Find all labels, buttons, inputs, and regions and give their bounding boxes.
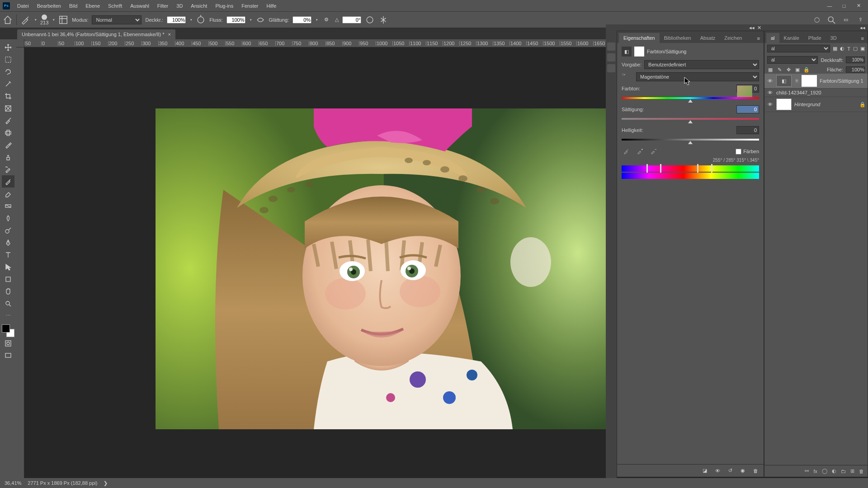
lock-icon[interactable]: 🔒 xyxy=(859,102,866,108)
ruler-vertical[interactable] xyxy=(16,47,24,478)
blur-tool[interactable] xyxy=(2,212,14,224)
opacity-caret-icon[interactable]: ▾ xyxy=(190,18,192,22)
color-swatch[interactable] xyxy=(2,324,14,337)
tab-eigenschaften[interactable]: Eigenschaften xyxy=(619,33,660,43)
toggle-visibility-icon[interactable]: 👁 xyxy=(714,467,721,474)
new-adjustment-icon[interactable]: ◐ xyxy=(832,468,836,474)
filter-adjust-icon[interactable]: ◐ xyxy=(840,46,844,52)
hand-tool[interactable] xyxy=(2,285,14,297)
home-icon[interactable] xyxy=(3,15,13,25)
menu-schrift[interactable]: Schrift xyxy=(104,1,126,10)
tab-pfade[interactable]: Pfade xyxy=(804,33,826,43)
lock-position-icon[interactable]: ✥ xyxy=(785,66,792,73)
adjustment-thumb-icon[interactable]: ◧ xyxy=(776,75,792,87)
eraser-tool[interactable] xyxy=(2,188,14,200)
saturation-input[interactable] xyxy=(736,105,759,113)
tab-zeichen[interactable]: Zeichen xyxy=(720,33,746,43)
menu-3d[interactable]: 3D xyxy=(173,1,186,10)
blend-mode-select[interactable]: Normal xyxy=(92,15,142,24)
pressure-size-icon[interactable] xyxy=(365,15,375,25)
collapsed-panel-icon[interactable] xyxy=(607,64,615,72)
lightness-input[interactable] xyxy=(736,126,759,134)
zoom-readout[interactable]: 36,41% xyxy=(5,480,21,486)
layer-row[interactable]: 👁 ◧ ⎘ Farbton/Sättigung 1 xyxy=(764,74,868,89)
layer-name[interactable]: child-1423447_1920 xyxy=(776,90,866,95)
menu-datei[interactable]: Datei xyxy=(14,1,33,10)
smoothing-gear-icon[interactable]: ⚙ xyxy=(321,15,331,25)
filter-type-icon[interactable]: T xyxy=(847,46,850,52)
menu-ebene[interactable]: Ebene xyxy=(82,1,104,10)
share-icon[interactable]: ⇪ xyxy=(855,15,865,25)
smoothing-caret-icon[interactable]: ▾ xyxy=(316,18,318,22)
filter-smart-icon[interactable]: ▣ xyxy=(860,46,865,52)
window-minimize-icon[interactable]: — xyxy=(823,1,836,10)
menu-ansicht[interactable]: Ansicht xyxy=(187,1,211,10)
smoothing-input[interactable] xyxy=(292,16,311,23)
add-mask-icon[interactable]: ◯ xyxy=(822,468,827,474)
menu-bild[interactable]: Bild xyxy=(66,1,81,10)
visibility-icon[interactable]: 👁 xyxy=(766,90,774,95)
edit-toolbar-icon[interactable]: ⋯ xyxy=(2,310,14,322)
gradient-tool[interactable] xyxy=(2,200,14,212)
preset-select[interactable]: Benutzerdefiniert xyxy=(644,60,759,69)
brush-panel-icon[interactable] xyxy=(58,15,68,25)
layer-mask-thumb[interactable] xyxy=(802,75,817,87)
panel-menu-icon[interactable]: ≡ xyxy=(754,34,764,43)
brush-preview[interactable]: 213 xyxy=(40,14,48,25)
layer-name[interactable]: Farbton/Sättigung 1 xyxy=(820,78,866,84)
menu-filter[interactable]: Filter xyxy=(154,1,172,10)
doc-info-caret-icon[interactable]: ❯ xyxy=(104,480,108,486)
menu-plugins[interactable]: Plug-ins xyxy=(212,1,237,10)
wand-tool[interactable] xyxy=(2,78,14,90)
doc-info[interactable]: 2771 Px x 1869 Px (182,88 ppi) xyxy=(28,480,97,486)
document-tab-close-icon[interactable]: × xyxy=(168,32,171,37)
eyedropper-sub-icon[interactable] xyxy=(649,147,658,156)
history-brush-tool[interactable] xyxy=(2,163,14,175)
lightness-slider[interactable] xyxy=(622,137,759,142)
channel-select[interactable]: Magentatöne xyxy=(636,72,759,81)
targeted-adjust-icon[interactable]: ☞ xyxy=(622,72,633,82)
eyedropper-icon[interactable] xyxy=(622,147,631,156)
lock-transparent-icon[interactable]: ▦ xyxy=(767,66,774,73)
visibility-icon[interactable]: 👁 xyxy=(766,78,774,84)
hue-range-strip[interactable] xyxy=(622,165,759,172)
colorize-checkbox[interactable] xyxy=(736,149,741,155)
quickmask-icon[interactable] xyxy=(2,337,14,349)
new-group-icon[interactable]: 🗀 xyxy=(841,469,846,474)
link-icon[interactable]: ⎘ xyxy=(794,79,799,83)
blend-mode-layers-select[interactable]: al xyxy=(767,56,818,64)
new-layer-icon[interactable]: ⊞ xyxy=(850,468,854,474)
airbrush-icon[interactable] xyxy=(255,15,265,25)
previous-state-icon[interactable]: ◉ xyxy=(739,467,746,474)
lasso-tool[interactable] xyxy=(2,66,14,78)
delete-layer-icon[interactable]: 🗑 xyxy=(859,469,864,474)
document-tab[interactable]: Unbenannt-1 bei 36,4% (Farbton/Sättigung… xyxy=(17,29,175,39)
saturation-slider[interactable] xyxy=(622,116,759,122)
brush-tool[interactable] xyxy=(2,175,14,188)
link-layers-icon[interactable]: ⚯ xyxy=(805,468,809,474)
tab-3d[interactable]: 3D xyxy=(826,33,841,43)
search-icon[interactable] xyxy=(826,15,836,25)
menu-hilfe[interactable]: Hilfe xyxy=(263,1,280,10)
trash-icon[interactable]: 🗑 xyxy=(752,467,759,474)
frame-icon[interactable]: ▭ xyxy=(841,15,851,25)
reset-icon[interactable]: ↺ xyxy=(726,467,734,474)
pen-tool[interactable] xyxy=(2,236,14,249)
filter-pixel-icon[interactable]: ▦ xyxy=(833,46,837,52)
window-maximize-icon[interactable]: □ xyxy=(837,1,851,10)
menu-fenster[interactable]: Fenster xyxy=(238,1,262,10)
collapsed-panel-icon[interactable] xyxy=(607,42,615,51)
pressure-opacity-icon[interactable] xyxy=(196,15,206,25)
fx-icon[interactable]: fx xyxy=(813,469,817,474)
mask-icon[interactable] xyxy=(634,47,644,56)
panel-collapse-icon[interactable]: ◂◂ xyxy=(749,25,755,31)
tool-preset-caret-icon[interactable]: ▾ xyxy=(35,18,37,22)
tab-ebenen[interactable]: al xyxy=(766,33,779,43)
collapsed-panel-icon[interactable] xyxy=(607,53,615,61)
filter-shape-icon[interactable]: ▢ xyxy=(853,46,858,52)
visibility-icon[interactable]: 👁 xyxy=(766,102,774,107)
cloud-docs-icon[interactable]: ◯ xyxy=(812,15,822,25)
layer-thumb[interactable] xyxy=(776,99,792,110)
brush-preset-caret-icon[interactable]: ▾ xyxy=(53,18,55,22)
clip-to-layer-icon[interactable]: ◪ xyxy=(701,467,708,474)
